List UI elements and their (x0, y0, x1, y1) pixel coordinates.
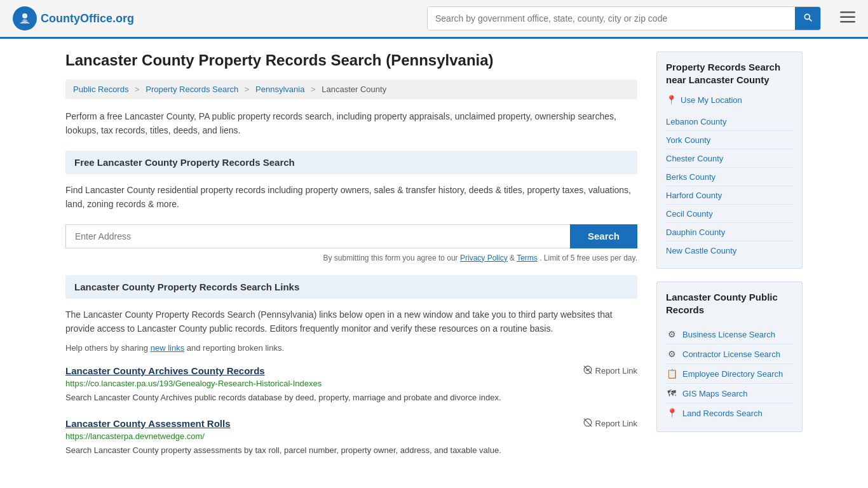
contractor-license-link[interactable]: Contractor License Search (682, 349, 780, 359)
report-icon (583, 365, 592, 376)
breadcrumb: Public Records > Property Records Search… (65, 79, 637, 99)
report-icon (583, 418, 592, 429)
form-disclaimer: By submitting this form you agree to our… (65, 254, 637, 262)
land-icon: 📍 (666, 408, 677, 418)
record-link-item: Lancaster County Archives County Records… (65, 365, 637, 404)
site-header: CountyOffice.org (0, 0, 868, 39)
list-item: Chester County (666, 149, 793, 168)
record-link-url: https://co.lancaster.pa.us/193/Genealogy… (65, 379, 637, 388)
free-search-description: Find Lancaster County residential proper… (65, 183, 637, 212)
logo-text: CountyOffice.org (41, 12, 134, 25)
list-item: Harford County (666, 186, 793, 205)
sidebar: Property Records Search near Lancaster C… (656, 51, 803, 470)
list-item: New Castle County (666, 241, 793, 259)
gis-icon: 🗺 (666, 388, 677, 398)
main-content: Lancaster County Property Records Search… (65, 51, 637, 470)
global-search-input[interactable] (428, 7, 795, 30)
record-link-desc: Search Lancaster County Archives public … (65, 391, 637, 404)
svg-rect-3 (840, 17, 855, 18)
public-records-box: Lancaster County Public Records ⚙ Busine… (656, 281, 803, 432)
privacy-policy-link[interactable]: Privacy Policy (460, 254, 508, 262)
search-button[interactable]: Search (570, 224, 637, 248)
use-my-location-label: Use My Location (681, 95, 742, 105)
breadcrumb-current: Lancaster County (322, 85, 386, 94)
list-item: Dauphin County (666, 223, 793, 241)
address-input[interactable] (65, 224, 570, 248)
sidebar-public-record-item: ⚙ Contractor License Search (666, 344, 793, 364)
main-container: Lancaster County Property Records Search… (53, 39, 815, 483)
links-section-header: Lancaster County Property Records Search… (65, 275, 637, 299)
site-logo[interactable]: CountyOffice.org (13, 6, 134, 30)
breadcrumb-sep-1: > (135, 85, 140, 94)
address-search-row: Search (65, 224, 637, 248)
terms-link[interactable]: Terms (517, 254, 538, 262)
page-title: Lancaster County Property Records Search… (65, 51, 637, 69)
sidebar-link-newcastle[interactable]: New Castle County (666, 246, 736, 255)
employee-icon: 📋 (666, 369, 677, 379)
svg-rect-2 (840, 11, 855, 13)
nearby-counties-box: Property Records Search near Lancaster C… (656, 51, 803, 269)
help-text: Help others by sharing new links and rep… (65, 343, 637, 353)
breadcrumb-public-records[interactable]: Public Records (73, 85, 128, 94)
logo-icon (13, 6, 37, 30)
settings-icon: ⚙ (666, 329, 677, 339)
breadcrumb-pennsylvania[interactable]: Pennsylvania (255, 85, 304, 94)
breadcrumb-sep-2: > (245, 85, 250, 94)
new-links-link[interactable]: new links (151, 343, 184, 353)
global-search-bar (427, 6, 821, 30)
global-search-button[interactable] (795, 7, 820, 30)
report-link-button[interactable]: Report Link (583, 418, 637, 429)
sidebar-public-record-item: ⚙ Business License Search (666, 325, 793, 344)
sidebar-link-dauphin[interactable]: Dauphin County (666, 227, 725, 237)
sidebar-link-york[interactable]: York County (666, 135, 710, 145)
record-link-title[interactable]: Lancaster County Assessment Rolls (65, 418, 231, 429)
sidebar-link-chester[interactable]: Chester County (666, 154, 723, 163)
page-description: Perform a free Lancaster County, PA publ… (65, 109, 637, 138)
sidebar-link-cecil[interactable]: Cecil County (666, 209, 713, 219)
record-link-item: Lancaster County Assessment Rolls Report… (65, 418, 637, 457)
sidebar-public-record-item: 📍 Land Records Search (666, 403, 793, 423)
gis-maps-link[interactable]: GIS Maps Search (682, 389, 748, 398)
sidebar-public-record-item: 📋 Employee Directory Search (666, 364, 793, 384)
list-item: York County (666, 131, 793, 149)
land-records-link[interactable]: Land Records Search (682, 409, 763, 418)
record-link-title[interactable]: Lancaster County Archives County Records (65, 365, 265, 376)
nearby-county-list: Lebanon County York County Chester Count… (666, 112, 793, 259)
employee-directory-link[interactable]: Employee Directory Search (682, 369, 783, 379)
business-license-link[interactable]: Business License Search (682, 330, 775, 339)
sidebar-link-berks[interactable]: Berks County (666, 172, 715, 182)
svg-point-1 (22, 13, 27, 18)
report-link-button[interactable]: Report Link (583, 365, 637, 376)
nearby-title: Property Records Search near Lancaster C… (666, 61, 793, 86)
list-item: Cecil County (666, 205, 793, 223)
use-my-location-button[interactable]: 📍 Use My Location (666, 95, 793, 105)
address-search-form: Search By submitting this form you agree… (65, 224, 637, 262)
location-icon: 📍 (666, 95, 677, 105)
svg-rect-4 (840, 21, 855, 23)
record-link-header: Lancaster County Archives County Records… (65, 365, 637, 376)
public-records-title: Lancaster County Public Records (666, 291, 793, 316)
menu-icon[interactable] (840, 10, 855, 27)
list-item: Berks County (666, 168, 793, 186)
record-link-desc: Search Lancaster County property assessm… (65, 444, 637, 457)
breadcrumb-sep-3: > (311, 85, 316, 94)
sidebar-link-harford[interactable]: Harford County (666, 191, 722, 200)
free-search-header: Free Lancaster County Property Records S… (65, 151, 637, 174)
sidebar-link-lebanon[interactable]: Lebanon County (666, 117, 726, 126)
record-link-header: Lancaster County Assessment Rolls Report… (65, 418, 637, 429)
contractor-icon: ⚙ (666, 349, 677, 359)
record-link-url: https://lancasterpa.devnetwedge.com/ (65, 431, 637, 441)
links-section-desc: The Lancaster County Property Records Se… (65, 308, 637, 336)
list-item: Lebanon County (666, 112, 793, 131)
sidebar-public-record-item: 🗺 GIS Maps Search (666, 384, 793, 403)
breadcrumb-property-records[interactable]: Property Records Search (146, 85, 238, 94)
